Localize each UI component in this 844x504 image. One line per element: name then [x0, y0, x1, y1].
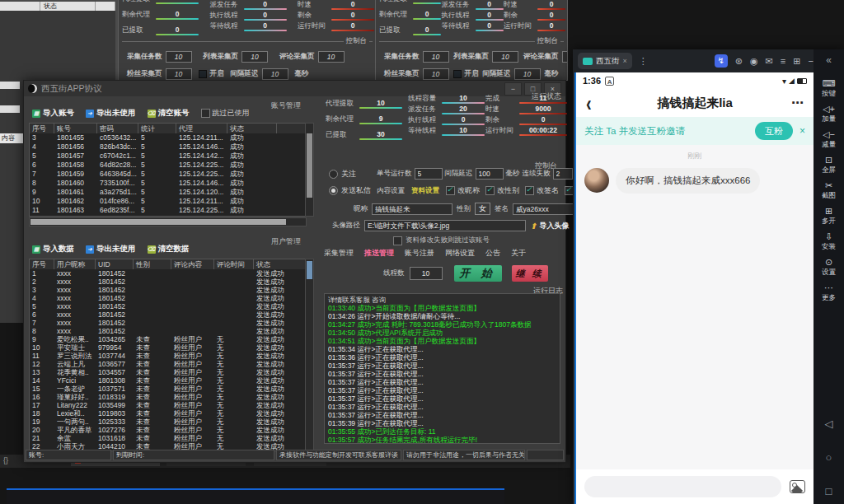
more-options-icon[interactable]: ⋯ — [791, 96, 804, 110]
export-unused-data-button[interactable]: ➜导出未使用 — [86, 244, 136, 254]
android-recents-button[interactable]: □ — [826, 485, 832, 497]
table-row[interactable]: 31801455c0536432...5125.124.211...成功 — [30, 133, 305, 142]
table-row[interactable]: 4xxxx1801452发送成功 — [30, 294, 305, 302]
account-table[interactable]: 序号账号密码统计代理状态 31801455c0536432...5125.124… — [29, 123, 306, 217]
start-button[interactable]: 开 始 — [454, 265, 502, 282]
install-apk-icon[interactable]: ⇩安装 — [822, 232, 836, 252]
more-icon[interactable]: ⋯更多 — [822, 283, 836, 303]
account-horizontal-scrollbar[interactable] — [29, 217, 307, 226]
minimize-icon[interactable]: − — [808, 57, 813, 66]
table-row[interactable]: 2xxxx1801452发送成功 — [30, 278, 305, 286]
bg-field-input[interactable]: 10 — [166, 51, 192, 63]
import-accounts-button[interactable]: ▦导入账号 — [32, 108, 74, 119]
screenshot-icon[interactable]: ✂截图 — [822, 181, 836, 201]
table-row[interactable]: 8xxxx1801452发送成功 — [30, 327, 305, 335]
table-row[interactable]: 7xxxx1801452发送成功 — [30, 319, 305, 327]
console-tab[interactable]: 账号注册 — [405, 248, 434, 259]
mutual-follow-button[interactable]: 互粉 — [755, 122, 793, 140]
bg-field-input[interactable]: 10 — [423, 51, 449, 63]
table-row[interactable]: 18Lexie和..1019803未查粉丝用户无发送成功 — [30, 409, 305, 418]
account-icon[interactable]: ◉ — [750, 57, 758, 66]
bg-fans-pages-input[interactable]: 10 — [423, 68, 449, 80]
table-row[interactable]: 14YFcici1801308未查粉丝用户无发送成功 — [30, 376, 305, 385]
thread-count-input[interactable] — [410, 267, 443, 280]
table-row[interactable]: 91801461a3a275d1...5125.124.120...成功 — [30, 188, 305, 197]
table-row[interactable]: 3xxxx1801452发送成功 — [30, 286, 305, 294]
volume-up-icon[interactable]: ◁+加量 — [822, 105, 836, 124]
mirror-window-icon[interactable]: ⊞ — [793, 57, 800, 66]
volume-down-icon[interactable]: ◁−减量 — [822, 130, 836, 150]
skip-on-fail-checkbox[interactable] — [393, 236, 402, 245]
fail-switch-input[interactable] — [553, 168, 573, 180]
scrollbar-thumb[interactable] — [30, 219, 286, 225]
bg-delay-input[interactable]: 10 — [514, 68, 541, 80]
table-row[interactable]: 10平安瑞士979954未查粉丝用户无发送成功 — [30, 343, 305, 352]
interval-delay-input[interactable] — [476, 168, 504, 180]
game-center-icon[interactable]: ⊛ — [735, 57, 743, 66]
fullscreen-icon[interactable]: ⊡全屏 — [822, 156, 836, 175]
table-row[interactable]: 17Litany2221035499未查粉丝用户无发送成功 — [30, 401, 305, 409]
export-unused-accounts-button[interactable]: ➜导出未使用 — [86, 108, 136, 119]
profile-option-checkbox[interactable]: 改性别 — [485, 185, 519, 196]
table-row[interactable]: 12云端上凡1036577未查粉丝用户无发送成功 — [30, 360, 305, 368]
skip-used-checkbox[interactable]: 跳过已使用 — [201, 108, 250, 119]
console-tab[interactable]: 公告 — [485, 248, 500, 259]
tab-close-icon[interactable]: × — [623, 57, 627, 65]
console-tab[interactable]: 网络设置 — [445, 248, 475, 259]
profile-option-checkbox[interactable]: 改签名 — [525, 185, 559, 196]
multi-instance-icon[interactable]: ⊞多开 — [822, 207, 836, 226]
scrollbar-thumb[interactable] — [307, 261, 312, 279]
collapse-sidebar-icon[interactable]: « — [826, 54, 832, 66]
table-row[interactable]: 101801462014fce86...5125.124.211...成功 — [30, 197, 305, 206]
image-attach-icon[interactable] — [790, 480, 805, 493]
bg-delay-input[interactable]: 10 — [262, 68, 288, 80]
content-settings-tab[interactable]: 内容设置 — [377, 186, 405, 196]
table-row[interactable]: 5xxxx1801452发送成功 — [30, 302, 305, 310]
table-row[interactable]: 1118014636ed8235f...5125.124.225...成功 — [30, 206, 305, 215]
gender-button[interactable]: 女 — [475, 203, 490, 215]
banner-close-icon[interactable]: × — [799, 125, 805, 137]
bg-enable-checkbox[interactable] — [453, 70, 462, 78]
bg-field-input[interactable]: 10 — [562, 51, 569, 63]
run-log[interactable]: 详情联系客服 咨询 01:33:40 成功>当前页面为【用户数据发送页面】01:… — [324, 293, 560, 444]
emulator-app-tab[interactable]: 西五街 × — [578, 53, 632, 69]
message-input[interactable] — [584, 476, 781, 497]
table-row[interactable]: 20平凡的香草1027276未查粉丝用户无发送成功 — [30, 426, 305, 434]
bg-enable-checkbox[interactable] — [199, 70, 207, 78]
clear-accounts-button[interactable]: ⌫清空账号 — [148, 108, 190, 119]
table-row[interactable]: 13花季黄相..1034557未查粉丝用户无发送成功 — [30, 368, 305, 376]
table-row[interactable]: 718014596463845d...5125.124.225...成功 — [30, 170, 305, 179]
boost-icon[interactable]: ↯ — [715, 54, 728, 68]
table-row[interactable]: 6180145864d82c28...5125.124.225...成功 — [30, 161, 305, 170]
runs-per-account-input[interactable] — [415, 168, 443, 180]
table-row[interactable]: 6xxxx1801452发送成功 — [30, 310, 305, 319]
settings-icon[interactable]: ⊙设置 — [822, 258, 836, 278]
keymap-icon[interactable]: ⌨按键 — [822, 79, 836, 99]
messages-icon[interactable]: ✉ — [766, 57, 773, 66]
android-home-button[interactable]: ○ — [826, 451, 832, 464]
android-back-button[interactable]: ◁ — [825, 418, 833, 430]
table-row[interactable]: 818014607335100f...5125.124.146...成功 — [30, 179, 305, 188]
bg-field-input[interactable]: 10 — [492, 51, 518, 63]
table-row[interactable]: 19一句两句..1025333未查粉丝用户无发送成功 — [30, 418, 305, 426]
continue-button[interactable]: 继 续 — [512, 265, 548, 282]
send-dm-radio[interactable]: 发送私信 — [329, 185, 371, 196]
console-tab[interactable]: 采集管理 — [324, 248, 354, 259]
table-row[interactable]: 16瑾菓好好..1018319未查粉丝用户无发送成功 — [30, 393, 305, 401]
table-row[interactable]: 15一条老驴1037571未查粉丝用户无发送成功 — [30, 385, 305, 393]
bg-field-input[interactable]: 10 — [318, 51, 345, 63]
table-row[interactable]: 11罗三说刑法1037744未查粉丝用户无发送成功 — [30, 352, 305, 360]
tab-menu-icon[interactable]: ⋮ — [639, 56, 649, 67]
nickname-input[interactable] — [372, 203, 452, 215]
follow-radio[interactable]: 关注 — [329, 169, 356, 180]
import-data-button[interactable]: ▦导入数据 — [32, 244, 74, 254]
bg-fans-pages-input[interactable]: 10 — [166, 68, 192, 80]
signature-input[interactable] — [513, 203, 579, 215]
user-vertical-scrollbar[interactable] — [305, 259, 314, 451]
table-row[interactable]: 51801457c67042c1...5125.124.142...成功 — [30, 152, 305, 161]
user-table[interactable]: 序号用户昵称UID性别评论内容评论时间状态 1xxxx1801452发送成功2x… — [29, 259, 306, 451]
profile-option-checkbox[interactable]: 改昵称 — [446, 185, 480, 196]
scrollbar-thumb[interactable] — [307, 133, 312, 198]
clear-data-button[interactable]: ⌫清空数据 — [148, 244, 190, 254]
profile-settings-tab[interactable]: 资料设置 — [411, 186, 439, 196]
